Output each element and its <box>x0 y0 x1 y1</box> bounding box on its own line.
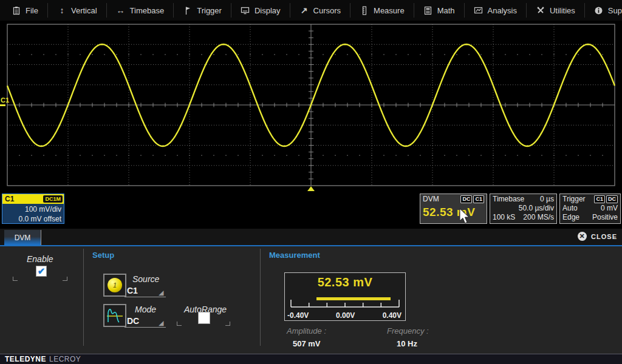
amplitude-label: Amplitude : <box>287 326 326 335</box>
trigger-title: Trigger <box>562 195 586 204</box>
close-label: CLOSE <box>591 233 617 240</box>
source-select-value[interactable]: C1 <box>127 286 138 295</box>
waveform-display[interactable]: C1 <box>0 0 622 200</box>
trigger-type: Edge <box>562 213 579 222</box>
meter-scale-max: 0.40V <box>383 311 402 320</box>
mode-select-underline <box>125 327 166 328</box>
meter-scale-mid: 0.00V <box>336 311 355 320</box>
frequency-value: 10 Hz <box>397 339 417 348</box>
trigger-coupling-badge: DC <box>606 195 618 203</box>
timebase-samples: 100 kS <box>493 213 515 222</box>
bracket-mark <box>63 277 67 281</box>
bracket-mark <box>13 277 18 281</box>
channel-c1-settings: 100 mV/div 0.0 mV offset <box>2 204 64 224</box>
dialog-tab-bar: DVM ✕ CLOSE <box>0 229 622 245</box>
dvm-summary-title: DVM <box>423 195 439 204</box>
brand-bar: TELEDYNE LECROY <box>0 354 622 364</box>
source-select-underline <box>125 297 166 297</box>
mode-dropdown-icon[interactable]: ◢ <box>159 320 163 326</box>
divider <box>83 249 84 346</box>
brand-lecroy: LECROY <box>49 355 81 363</box>
frequency-label: Frequency : <box>387 326 429 335</box>
source-dropdown-icon[interactable]: ◢ <box>159 289 163 296</box>
trigger-slope: Positive <box>592 213 618 222</box>
channel-c1-scale: 100 mV/div <box>2 204 61 214</box>
trigger-summary-box[interactable]: Trigger C1 DC Auto 0 mV Edge Positive <box>559 194 621 224</box>
trigger-mode: Auto <box>562 204 578 213</box>
close-icon: ✕ <box>578 232 587 241</box>
dvm-summary-value: 52.53 mV <box>423 204 484 221</box>
tab-dvm[interactable]: DVM <box>4 230 41 245</box>
trigger-source-badge: C1 <box>594 195 605 203</box>
oscilloscope-screen: File ↕ Vertical ↔ Timebase Trigger Displ… <box>0 0 622 364</box>
timebase-summary-box[interactable]: Timebase 0 µs 50.0 µs/div 100 kS 200 MS/… <box>490 194 557 224</box>
channel-c1-coupling-badge: DC1M <box>43 195 63 203</box>
mode-label: Mode <box>135 305 156 314</box>
bracket-mark <box>177 322 182 326</box>
brand-teledyne: TELEDYNE <box>5 355 46 363</box>
dvm-coupling-badge: DC <box>460 195 472 203</box>
dvm-source-badge: C1 <box>473 195 484 203</box>
divider <box>260 249 261 346</box>
svg-text:C1: C1 <box>1 96 9 104</box>
dvm-dialog-body: Enable ✔ Setup 1 Source C1 ◢ Mode DC ◢ A… <box>0 246 622 354</box>
enable-label: Enable <box>27 254 53 264</box>
timebase-rate: 200 MS/s <box>523 213 554 222</box>
measurement-heading: Measurement <box>269 251 320 260</box>
timebase-title: Timebase <box>493 195 524 204</box>
timebase-position: 0 µs <box>540 195 554 204</box>
channel-c1-header: C1 DC1M <box>2 194 64 204</box>
mouse-cursor-icon <box>459 208 471 225</box>
amplitude-value: 507 mV <box>293 339 321 348</box>
dvm-meter-scale <box>285 273 406 311</box>
enable-checkbox[interactable]: ✔ <box>36 266 47 277</box>
channel-c1-name: C1 <box>5 195 14 203</box>
timebase-scale: 50.0 µs/div <box>519 204 554 213</box>
channel-1-ball-icon: 1 <box>108 278 122 292</box>
dvm-summary-box[interactable]: DVM DC C1 52.53 mV <box>420 194 487 224</box>
channel-c1-offset: 0.0 mV offset <box>2 214 61 224</box>
trigger-level: 0 mV <box>601 204 618 213</box>
close-button[interactable]: ✕ CLOSE <box>578 232 617 241</box>
waveform-mode-icon <box>105 306 125 325</box>
channel-c1-descriptor-box[interactable]: C1 DC1M 100 mV/div 0.0 mV offset <box>2 194 64 224</box>
autorange-checkbox[interactable] <box>198 312 210 324</box>
dvm-meter-readout: 52.53 mV -0.40V 0.00V 0.40V <box>284 272 406 321</box>
source-label: Source <box>132 274 159 284</box>
mode-select-value[interactable]: DC <box>127 316 139 326</box>
source-button[interactable]: 1 <box>103 274 126 297</box>
setup-heading: Setup <box>92 251 114 260</box>
bracket-mark <box>225 322 230 326</box>
meter-scale-min: -0.40V <box>287 311 309 320</box>
mode-button[interactable] <box>103 304 126 327</box>
